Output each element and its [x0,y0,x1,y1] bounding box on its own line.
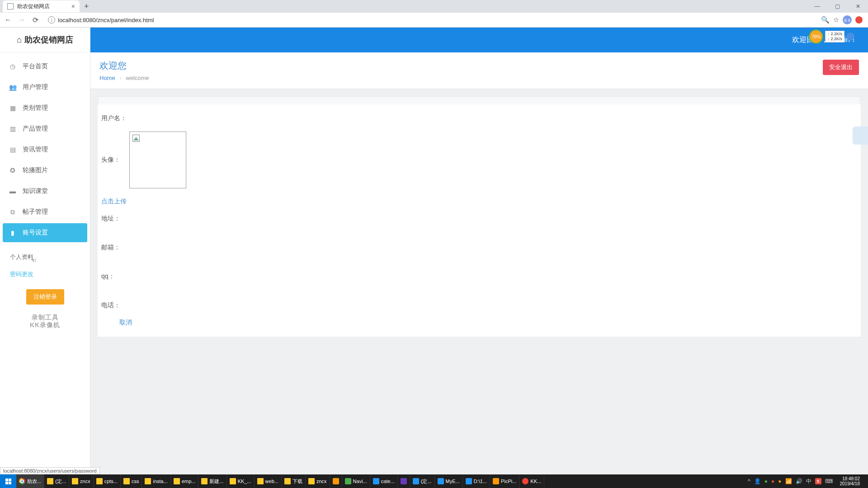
username-row: 用户名： [99,110,859,127]
tab-close-icon[interactable]: × [71,3,75,10]
dashboard-icon: ◷ [9,63,16,70]
window-minimize-button[interactable]: — [807,0,827,13]
taskbar-item[interactable] [398,474,410,475]
breadcrumb-home-link[interactable]: Home [99,75,115,81]
home-icon: ⌂ [17,35,22,45]
nav-label: 账号设置 [23,229,48,237]
sidebar: ⌂ 助农促销网店 ◷平台首页 👥用户管理 ▦类别管理 ▥产品管理 ▤资讯管理 ✪… [0,28,90,475]
taskbar-item[interactable]: cpts... [94,474,121,475]
cancel-link[interactable]: 取消 [99,314,152,331]
nav-category-mgmt[interactable]: ▦类别管理 [3,99,87,117]
new-tab-button[interactable]: + [84,2,89,11]
url-field[interactable]: i localhost:8080/zncx/panel/index.html [43,16,818,23]
upload-link[interactable]: 点击上传 [99,193,128,210]
watermark-line1: 录制工具 [3,314,87,321]
phone-label: 电话： [101,301,125,310]
performance-widget[interactable]: 78% 2.2K/s 2.2K/s [809,29,854,44]
main-area: 78% 2.2K/s 2.2K/s 欢迎回来， admin！ 欢迎您 Home … [90,28,868,475]
profile-form: 用户名： 头像： 点击上传 地址： 邮箱： qq： [98,104,861,337]
nav-label: 平台首页 [23,62,48,70]
perf-percent-icon: 78% [809,29,823,44]
chevron-right-icon: › [119,75,121,81]
news-icon: ▤ [9,146,16,153]
taskbar-item[interactable]: emp... [171,474,199,475]
taskbar-item[interactable]: (定... [44,474,69,475]
url-text: localhost:8080/zncx/panel/index.html [58,17,154,23]
taskbar-item[interactable]: MyE... [435,474,463,475]
window-maximize-button[interactable]: ▢ [827,0,848,13]
taskbar-item[interactable]: D:\1... [463,474,490,475]
taskbar-item[interactable] [330,474,342,475]
safe-exit-button[interactable]: 安全退出 [823,60,859,75]
logo-bar[interactable]: ⌂ 助农促销网店 [0,28,90,52]
browser-tab[interactable]: 助农促销网店 × [3,0,80,12]
perf-stats: 2.2K/s 2.2K/s [825,31,844,42]
address-label: 地址： [101,215,125,223]
page-favicon-icon [7,3,14,9]
perf-accel-icon[interactable] [846,33,854,41]
taskbar-item[interactable]: 新建... [198,474,226,475]
page-title: 欢迎您 [99,60,149,72]
bookmark-star-icon[interactable]: ☆ [833,16,839,24]
avatar-preview[interactable] [129,131,186,188]
zoom-icon[interactable]: 🔍 [821,16,830,24]
taskbar-item[interactable]: zncx [306,474,330,475]
taskbar-item[interactable]: css [121,474,142,475]
nav-user-mgmt[interactable]: 👥用户管理 [3,78,87,97]
avatar-row: 头像： [99,127,859,193]
nav-label: 类别管理 [23,104,48,112]
nav-back-button[interactable]: ← [3,14,14,25]
nav-product-mgmt[interactable]: ▥产品管理 [3,119,87,138]
nav-list: ◷平台首页 👥用户管理 ▦类别管理 ▥产品管理 ▤资讯管理 ✪轮播图片 ▬知识课… [0,52,90,249]
taskbar-item[interactable]: Navi... [342,474,370,475]
address-bar: ← → ⟳ i localhost:8080/zncx/panel/index.… [0,13,868,27]
app-container: ⌂ 助农促销网店 ◷平台首页 👥用户管理 ▦类别管理 ▥产品管理 ▤资讯管理 ✪… [0,28,868,475]
qq-row: qq： [99,268,859,285]
nav-post-mgmt[interactable]: ⧉帖子管理 [3,202,87,221]
taskbar-item[interactable]: cate... [370,474,398,475]
nav-news-mgmt[interactable]: ▤资讯管理 [3,140,87,159]
carousel-icon: ✪ [9,167,16,174]
taskbar-item[interactable]: 助农... [16,474,44,475]
sub-nav-password[interactable]: 密码更改 [4,266,90,283]
sub-nav-profile[interactable]: 个人资料 [4,249,90,266]
nav-knowledge[interactable]: ▬知识课堂 [3,182,87,201]
breadcrumb-current: welcome [126,75,149,81]
taskbar-item[interactable]: KK... [519,474,544,475]
email-label: 邮箱： [101,244,125,252]
panel-strip [98,96,861,104]
taskbar-item[interactable]: 下载 [282,474,306,475]
extension-icon[interactable] [855,16,863,23]
email-row: 邮箱： [99,239,859,256]
account-icon: ▮ [9,229,16,236]
recorder-watermark: 录制工具 KK录像机 [0,311,90,332]
taskbar-items: 助农...(定...zncxcpts...cssinsta...emp...新建… [16,474,743,475]
taskbar-item[interactable]: insta... [142,474,170,475]
side-collapse-tab[interactable] [853,127,868,145]
taskbar-item[interactable]: (定... [410,474,435,475]
users-icon: 👥 [9,84,16,91]
window-close-button[interactable]: ✕ [848,0,868,13]
nav-platform-home[interactable]: ◷平台首页 [3,57,87,76]
nav-label: 知识课堂 [23,187,48,195]
logout-button[interactable]: 注销登录 [26,289,64,305]
profile-avatar-icon[interactable]: a s [843,15,852,24]
nav-forward-button[interactable]: → [16,14,27,25]
breadcrumb: Home › welcome [99,75,149,81]
link-status-hint: localhost:8080/zncx/users/users/password [0,467,100,474]
nav-account-settings[interactable]: ▮账号设置 [3,223,87,242]
nav-carousel[interactable]: ✪轮播图片 [3,161,87,180]
watermark-line2: KK录像机 [3,321,87,329]
start-button[interactable] [0,474,16,475]
nav-label: 产品管理 [23,125,48,133]
taskbar-item[interactable]: KK_... [227,474,255,475]
nav-label: 用户管理 [23,83,48,91]
logo-title: 助农促销网店 [24,34,73,45]
browser-chrome: 助农促销网店 × + — ▢ ✕ ← → ⟳ i localhost:8080/… [0,0,868,28]
sub-nav-list: 个人资料 密码更改 [0,249,90,283]
taskbar-item[interactable]: PicPi... [490,474,519,475]
taskbar-item[interactable]: web... [255,474,282,475]
nav-reload-button[interactable]: ⟳ [30,14,41,25]
taskbar-item[interactable]: zncx [69,474,94,475]
site-info-icon[interactable]: i [48,16,55,23]
